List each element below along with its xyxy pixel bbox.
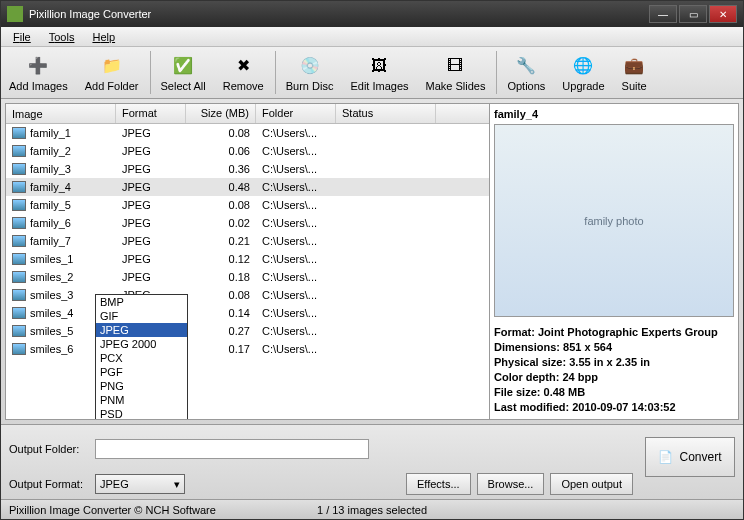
edit-images-button[interactable]: 🖼Edit Images (342, 47, 417, 98)
list-header: Image Format Size (MB) Folder Status (6, 104, 489, 124)
table-row[interactable]: family_6JPEG0.02C:\Users\... (6, 214, 489, 232)
table-row[interactable]: smiles_1JPEG0.12C:\Users\... (6, 250, 489, 268)
open-output-button[interactable]: Open output (550, 473, 633, 495)
list-body: family_1JPEG0.08C:\Users\...family_2JPEG… (6, 124, 489, 419)
menu-tools[interactable]: Tools (41, 29, 83, 45)
table-row[interactable]: smiles_40.14C:\Users\... (6, 304, 489, 322)
globe-icon: 🌐 (571, 54, 595, 78)
image-icon: 🖼 (367, 54, 391, 78)
table-row[interactable]: family_1JPEG0.08C:\Users\... (6, 124, 489, 142)
effects-button[interactable]: Effects... (406, 473, 471, 495)
suite-button[interactable]: 💼Suite (614, 47, 656, 98)
output-format-label: Output Format: (9, 478, 89, 490)
menu-file[interactable]: File (5, 29, 39, 45)
thumb-icon (12, 307, 26, 319)
thumb-icon (12, 181, 26, 193)
window-title: Pixillion Image Converter (29, 8, 649, 20)
disc-icon: 💿 (298, 54, 322, 78)
close-button[interactable]: ✕ (709, 5, 737, 23)
col-image[interactable]: Image (6, 104, 116, 123)
info-physical: Physical size: 3.55 in x 2.35 in (494, 355, 734, 370)
convert-icon: 📄 (658, 450, 673, 464)
remove-button[interactable]: ✖Remove (215, 47, 273, 98)
check-icon: ✅ (171, 54, 195, 78)
briefcase-icon: 💼 (622, 54, 646, 78)
dropdown-option[interactable]: BMP (96, 295, 187, 309)
preview-panel: family_4 family photo Format: Joint Phot… (490, 104, 738, 419)
slides-icon: 🎞 (443, 54, 467, 78)
toolbar: ➕Add Images 📁Add Folder ✅Select All ✖Rem… (1, 47, 743, 99)
preview-image: family photo (494, 124, 734, 317)
table-row[interactable]: family_5JPEG0.08C:\Users\... (6, 196, 489, 214)
make-slides-button[interactable]: 🎞Make Slides (418, 47, 495, 98)
add-folder-button[interactable]: 📁Add Folder (77, 47, 148, 98)
dropdown-option[interactable]: PGF (96, 365, 187, 379)
dropdown-option[interactable]: GIF (96, 309, 187, 323)
burn-disc-button[interactable]: 💿Burn Disc (278, 47, 343, 98)
chevron-down-icon: ▾ (174, 478, 180, 491)
upgrade-button[interactable]: 🌐Upgrade (554, 47, 613, 98)
thumb-icon (12, 271, 26, 283)
table-row[interactable]: family_2JPEG0.06C:\Users\... (6, 142, 489, 160)
output-folder-label: Output Folder: (9, 443, 89, 455)
thumb-icon (12, 163, 26, 175)
col-status[interactable]: Status (336, 104, 436, 123)
dropdown-option[interactable]: PNM (96, 393, 187, 407)
browse-button[interactable]: Browse... (477, 473, 545, 495)
output-format-select[interactable]: JPEG ▾ (95, 474, 185, 494)
thumb-icon (12, 343, 26, 355)
info-filesize: File size: 0.48 MB (494, 385, 734, 400)
format-dropdown[interactable]: BMPGIFJPEGJPEG 2000PCXPGFPNGPNMPSDRASTGA… (95, 294, 188, 419)
maximize-button[interactable]: ▭ (679, 5, 707, 23)
app-icon (7, 6, 23, 22)
table-row[interactable]: smiles_60.17C:\Users\... (6, 340, 489, 358)
wrench-icon: 🔧 (514, 54, 538, 78)
col-format[interactable]: Format (116, 104, 186, 123)
folder-icon: 📁 (100, 54, 124, 78)
preview-title: family_4 (494, 108, 734, 120)
table-row[interactable]: smiles_3JPEG0.08C:\Users\... (6, 286, 489, 304)
table-row[interactable]: family_7JPEG0.21C:\Users\... (6, 232, 489, 250)
thumb-icon (12, 325, 26, 337)
dropdown-option[interactable]: PSD (96, 407, 187, 419)
options-button[interactable]: 🔧Options (499, 47, 554, 98)
plus-icon: ➕ (26, 54, 50, 78)
table-row[interactable]: smiles_2JPEG0.18C:\Users\... (6, 268, 489, 286)
dropdown-option[interactable]: PCX (96, 351, 187, 365)
status-center: 1 / 13 images selected (251, 504, 493, 516)
info-format: Format: Joint Photographic Experts Group (494, 325, 734, 340)
titlebar: Pixillion Image Converter — ▭ ✕ (1, 1, 743, 27)
table-row[interactable]: smiles_50.27C:\Users\... (6, 322, 489, 340)
menubar: File Tools Help (1, 27, 743, 47)
info-depth: Color depth: 24 bpp (494, 370, 734, 385)
status-left: Pixillion Image Converter © NCH Software (9, 504, 251, 516)
bottom-panel: Output Folder: 📄 Convert Output Format: … (1, 424, 743, 499)
thumb-icon (12, 145, 26, 157)
menu-help[interactable]: Help (84, 29, 123, 45)
thumb-icon (12, 235, 26, 247)
info-modified: Last modified: 2010-09-07 14:03:52 (494, 400, 734, 415)
preview-info: Format: Joint Photographic Experts Group… (494, 325, 734, 415)
col-size[interactable]: Size (MB) (186, 104, 256, 123)
add-images-button[interactable]: ➕Add Images (1, 47, 77, 98)
app-window: Pixillion Image Converter — ▭ ✕ File Too… (0, 0, 744, 520)
thumb-icon (12, 217, 26, 229)
thumb-icon (12, 127, 26, 139)
output-folder-input[interactable] (95, 439, 369, 459)
select-all-button[interactable]: ✅Select All (153, 47, 215, 98)
thumb-icon (12, 199, 26, 211)
file-list: Image Format Size (MB) Folder Status fam… (6, 104, 490, 419)
dropdown-option[interactable]: JPEG (96, 323, 187, 337)
remove-icon: ✖ (231, 54, 255, 78)
thumb-icon (12, 253, 26, 265)
info-dimensions: Dimensions: 851 x 564 (494, 340, 734, 355)
table-row[interactable]: family_3JPEG0.36C:\Users\... (6, 160, 489, 178)
statusbar: Pixillion Image Converter © NCH Software… (1, 499, 743, 519)
dropdown-option[interactable]: PNG (96, 379, 187, 393)
dropdown-option[interactable]: JPEG 2000 (96, 337, 187, 351)
thumb-icon (12, 289, 26, 301)
minimize-button[interactable]: — (649, 5, 677, 23)
table-row[interactable]: family_4JPEG0.48C:\Users\... (6, 178, 489, 196)
convert-button[interactable]: 📄 Convert (645, 437, 735, 477)
col-folder[interactable]: Folder (256, 104, 336, 123)
